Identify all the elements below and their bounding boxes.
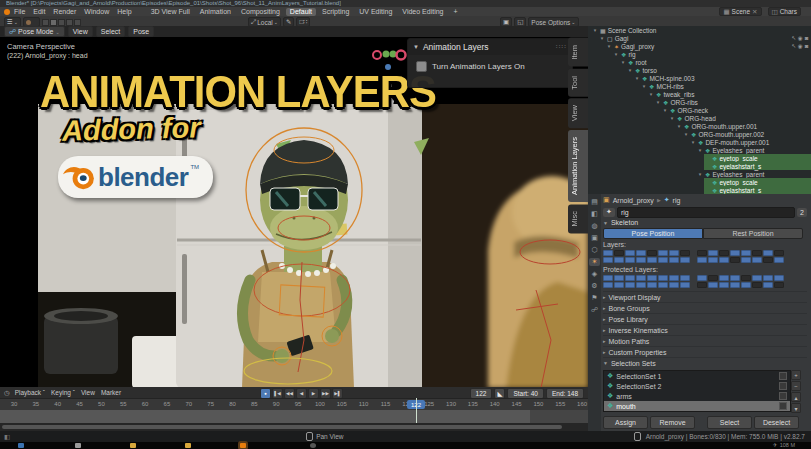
outliner-row-mch-ribs[interactable]: ▾❖MCH-ribs xyxy=(588,82,811,90)
protected-layer-cell[interactable] xyxy=(658,275,668,281)
outliner-row-eyelashes-parent[interactable]: ▾❖Eyelashes_parent xyxy=(588,170,811,178)
protected-layer-cell[interactable] xyxy=(669,282,679,288)
expand-arrow-icon[interactable]: ▾ xyxy=(697,171,703,177)
sidebar-tab-misc[interactable]: Misc xyxy=(568,204,588,233)
layer-cell[interactable] xyxy=(730,250,740,256)
playhead-line[interactable] xyxy=(416,398,417,423)
layer-cell[interactable] xyxy=(614,250,624,256)
protected-layer-cell[interactable] xyxy=(614,275,624,281)
expand-arrow-icon[interactable]: ▾ xyxy=(648,91,654,97)
layout-tab--[interactable]: + xyxy=(449,8,461,16)
outliner-row-org-neck[interactable]: ▾❖ORG-neck xyxy=(588,106,811,114)
section-bone-groups[interactable]: ▸Bone Groups xyxy=(603,302,807,313)
datablock-name-field[interactable]: rig xyxy=(617,207,795,218)
rest-position-button[interactable]: Rest Position xyxy=(703,228,803,239)
expand-arrow-icon[interactable]: ▾ xyxy=(655,99,661,105)
protected-layer-cell[interactable] xyxy=(603,275,613,281)
timeline-track[interactable] xyxy=(0,410,588,423)
protected-layer-cell[interactable] xyxy=(730,275,740,281)
scrollbar-handle[interactable] xyxy=(2,425,562,429)
menu-help[interactable]: Help xyxy=(113,8,135,15)
layer-cell[interactable] xyxy=(741,250,751,256)
protected-layer-cell[interactable] xyxy=(625,282,635,288)
protected-layer-cell[interactable] xyxy=(680,282,690,288)
outliner-row-torso[interactable]: ▾❖torso xyxy=(588,66,811,74)
editor-corner-icon[interactable]: ◧ xyxy=(4,433,10,441)
section-motion-paths[interactable]: ▸Motion Paths xyxy=(603,335,807,346)
section-inverse-kinematics[interactable]: ▸Inverse Kinematics xyxy=(603,324,807,335)
menu-window[interactable]: Window xyxy=(80,8,113,15)
renderlayer-selector[interactable]: ◫ Chars xyxy=(768,7,802,16)
deselect-button[interactable]: Deselect xyxy=(754,416,799,429)
protected-layer-cell[interactable] xyxy=(697,275,707,281)
layer-cell[interactable] xyxy=(603,250,613,256)
protected-layer-cell[interactable] xyxy=(669,275,679,281)
add-set-button[interactable]: + xyxy=(791,370,801,380)
selection-set-row-arms[interactable]: ❖arms xyxy=(604,391,790,401)
layer-cell[interactable] xyxy=(752,250,762,256)
outliner-row-eyetop-scale[interactable]: ❖eyetop_scale xyxy=(588,154,811,162)
sidebar-tab-view[interactable]: View xyxy=(568,98,588,128)
properties-tab-8-icon[interactable]: ⚑ xyxy=(589,294,600,302)
breadcrumb-data[interactable]: rig xyxy=(673,197,681,204)
outliner-row-mch-spine-003[interactable]: ▾❖MCH-spine.003 xyxy=(588,74,811,82)
properties-tab-0-icon[interactable]: ▤ xyxy=(589,198,600,206)
collapse-triangle-icon[interactable]: ▼ xyxy=(413,44,419,50)
menu-edit[interactable]: Edit xyxy=(29,8,49,15)
remove-set-button[interactable]: − xyxy=(791,381,801,391)
protected-layer-cell[interactable] xyxy=(719,275,729,281)
expand-arrow-icon[interactable]: ▾ xyxy=(697,147,703,153)
panel-grip-icon[interactable]: ∷∷ xyxy=(556,43,567,51)
taskbar-app-icon[interactable] xyxy=(310,443,316,448)
layer-cell[interactable] xyxy=(774,250,784,256)
selection-set-row-selectionset-1[interactable]: ❖SelectionSet 1 xyxy=(604,371,790,381)
section-pose-library[interactable]: ▸Pose Library xyxy=(603,313,807,324)
expand-arrow-icon[interactable]: ▾ xyxy=(676,123,682,129)
protected-layer-cell[interactable] xyxy=(647,275,657,281)
sidebar-tab-animation-layers[interactable]: Animation Layers xyxy=(568,130,588,202)
protected-layer-cell[interactable] xyxy=(658,282,668,288)
selection-set-row-mouth[interactable]: ❖mouth xyxy=(604,401,790,411)
timeline-menu-keying[interactable]: Keying ˇ xyxy=(51,389,75,396)
properties-tab-1-icon[interactable]: ◧ xyxy=(589,210,600,218)
layer-cell[interactable] xyxy=(697,257,707,263)
outliner-row-org-mouth-upper-001[interactable]: ▾❖ORG-mouth.upper.001 xyxy=(588,122,811,130)
view3d-menu-view[interactable]: View xyxy=(68,26,93,37)
layer-cell[interactable] xyxy=(625,250,635,256)
view3d-menu-pose[interactable]: Pose xyxy=(128,26,154,37)
layout-tab-uv-editing[interactable]: UV Editing xyxy=(355,8,396,16)
layer-cell[interactable] xyxy=(669,250,679,256)
protected-layer-cell[interactable] xyxy=(603,282,613,288)
layer-cell[interactable] xyxy=(669,257,679,263)
expand-arrow-icon[interactable]: ▾ xyxy=(592,27,598,33)
layer-cell[interactable] xyxy=(658,257,668,263)
skeleton-section-header[interactable]: ▼ Skeleton xyxy=(603,218,807,227)
set-checkbox[interactable] xyxy=(779,372,787,380)
layer-cell[interactable] xyxy=(719,257,729,263)
expand-arrow-icon[interactable]: ▾ xyxy=(620,59,626,65)
taskbar-folder-icon[interactable] xyxy=(130,443,136,448)
layer-cell[interactable] xyxy=(614,257,624,263)
menu-render[interactable]: Render xyxy=(49,8,80,15)
layer-cell[interactable] xyxy=(658,250,668,256)
outliner-row-gagi[interactable]: ▾▢Gagi↖◉◙ xyxy=(588,34,811,42)
layout-tab-video-editing[interactable]: Video Editing xyxy=(398,8,447,16)
protected-layer-cell[interactable] xyxy=(752,282,762,288)
outliner-row-root[interactable]: ▾❖root xyxy=(588,58,811,66)
layer-cell[interactable] xyxy=(774,257,784,263)
protected-layer-cell[interactable] xyxy=(730,282,740,288)
outliner-row-gagi-proxy[interactable]: ▾✶Gagi_proxy↖◉◙ xyxy=(588,42,811,50)
visibility-icon[interactable]: ◉ xyxy=(798,35,803,41)
protected-layer-cell[interactable] xyxy=(763,282,773,288)
visibility-icon[interactable]: ◉ xyxy=(798,43,803,49)
set-checkbox[interactable] xyxy=(779,402,787,410)
remove-button[interactable]: Remove xyxy=(650,416,695,429)
expand-arrow-icon[interactable]: ▾ xyxy=(641,83,647,89)
view3d-menu-select[interactable]: Select xyxy=(96,26,125,37)
outliner-row-rig[interactable]: ▾❖rig xyxy=(588,50,811,58)
protected-layer-cell[interactable] xyxy=(774,275,784,281)
sidebar-tab-tool[interactable]: Tool xyxy=(568,69,588,97)
taskbar-app-icon[interactable] xyxy=(75,443,81,448)
outliner-row-tweak-ribs[interactable]: ▾❖tweak_ribs xyxy=(588,90,811,98)
move-set-up-button[interactable]: ▴ xyxy=(791,392,801,402)
